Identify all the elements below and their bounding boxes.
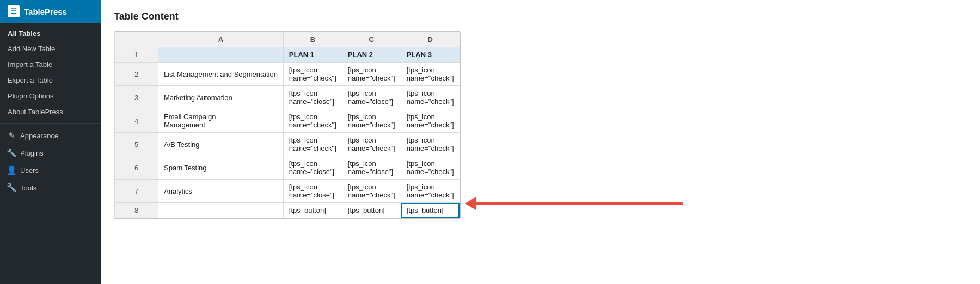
appearance-icon: ✎ [7,131,16,140]
cell-8-a[interactable] [158,203,284,218]
row-num-8: 8 [115,203,158,218]
row-num-4: 4 [115,109,158,133]
cell-2-a[interactable]: List Management and Segmentation [158,63,284,86]
cell-5-c[interactable]: [tps_iconname="check"] [342,133,401,156]
sidebar-label-plugin-options: Plugin Options [8,92,54,100]
arrow-head [465,197,476,210]
row-num-2: 2 [115,63,158,86]
table-row: 1 PLAN 1 PLAN 2 PLAN 3 [115,47,460,63]
sidebar-item-import-table[interactable]: Import a Table [0,57,101,72]
arrow-indicator [461,197,683,219]
cell-4-b[interactable]: [tps_iconname="check"] [283,109,342,133]
cell-2-b[interactable]: [tps_iconname="check"] [283,63,342,86]
col-header-c: C [342,32,401,47]
cell-5-b[interactable]: [tps_iconname="check"] [283,133,342,156]
content-table: A B C D 1 PLAN 1 PLAN 2 PLAN 3 [114,32,460,218]
col-header-a: A [158,32,284,47]
main-content: Table Content A B C D 1 [101,0,980,284]
sidebar-item-about-tablepress[interactable]: About TablePress [0,104,101,120]
cell-4-d[interactable]: [tps_iconname="check"] [401,109,460,133]
cell-6-b[interactable]: [tps_iconname="close"] [283,156,342,180]
table-row: 4 Email CampaignManagement [tps_iconname… [115,109,460,133]
cell-4-c[interactable]: [tps_iconname="check"] [342,109,401,133]
cell-5-a[interactable]: A/B Testing [158,133,284,156]
plugins-icon: 🔧 [7,148,16,158]
sidebar-item-users[interactable]: 👤 Users [0,162,101,179]
table-content-wrapper: A B C D 1 PLAN 1 PLAN 2 PLAN 3 [114,31,461,219]
cell-7-c[interactable]: [tps_iconname="check"] [342,180,401,203]
sidebar-item-export-table[interactable]: Export a Table [0,72,101,88]
sidebar-label-add-new-table: Add New Table [8,45,55,53]
cell-2-c[interactable]: [tps_iconname="check"] [342,63,401,86]
sidebar-item-tools[interactable]: 🔧 Tools [0,179,101,196]
cell-6-c[interactable]: [tps_iconname="close"] [342,156,401,180]
cell-1-d[interactable]: PLAN 3 [401,47,460,63]
table-row: 6 Spam Testing [tps_iconname="close"] [t… [115,156,460,180]
cell-4-a[interactable]: Email CampaignManagement [158,109,284,133]
sidebar-label-import-table: Import a Table [8,60,52,69]
cell-1-b[interactable]: PLAN 1 [283,47,342,63]
table-row: 8 [tps_button] [tps_button] [tps_button] [115,203,460,218]
cell-3-d[interactable]: [tps_iconname="check"] [401,86,460,109]
row-num-1: 1 [115,47,158,63]
cell-8-c[interactable]: [tps_button] [342,203,401,218]
col-header-row: A B C D [115,32,460,47]
sidebar-logo[interactable]: ☰ TablePress [0,0,101,23]
arrow-line [476,202,683,205]
cell-7-b[interactable]: [tps_iconname="close"] [283,180,342,203]
cell-6-a[interactable]: Spam Testing [158,156,284,180]
cell-8-b[interactable]: [tps_button] [283,203,342,218]
sidebar-item-plugins[interactable]: 🔧 Plugins [0,144,101,162]
table-row: 3 Marketing Automation [tps_iconname="cl… [115,86,460,109]
sidebar-item-add-new-table[interactable]: Add New Table [0,41,101,57]
cell-1-a[interactable] [158,47,284,63]
sidebar-label-about-tablepress: About TablePress [8,108,63,116]
cell-3-b[interactable]: [tps_iconname="close"] [283,86,342,109]
tablepress-logo-icon: ☰ [8,5,20,17]
cell-8-d[interactable]: [tps_button] [401,203,460,218]
page-title: Table Content [114,11,967,22]
row-num-6: 6 [115,156,158,180]
sidebar-item-appearance[interactable]: ✎ Appearance [0,127,101,144]
row-num-7: 7 [115,180,158,203]
sidebar-label-tools: Tools [20,184,36,192]
col-header-b: B [283,32,342,47]
sidebar-item-plugin-options[interactable]: Plugin Options [0,88,101,104]
cell-7-a[interactable]: Analytics [158,180,284,203]
cell-3-a[interactable]: Marketing Automation [158,86,284,109]
red-arrow [465,197,683,210]
sidebar-label-export-table: Export a Table [8,76,53,84]
cell-3-c[interactable]: [tps_iconname="close"] [342,86,401,109]
sidebar-divider-1 [0,123,101,124]
cell-2-d[interactable]: [tps_iconname="check"] [401,63,460,86]
sidebar-label-plugins: Plugins [20,149,44,157]
sidebar-logo-label: TablePress [24,7,67,16]
table-row: 7 Analytics [tps_iconname="close"] [tps_… [115,180,460,203]
cell-7-d[interactable]: [tps_iconname="check"] [401,180,460,203]
cell-1-c[interactable]: PLAN 2 [342,47,401,63]
sidebar-label-users: Users [20,166,39,175]
users-icon: 👤 [7,165,16,175]
col-header-d: D [401,32,460,47]
tools-icon: 🔧 [7,183,16,193]
table-row: 5 A/B Testing [tps_iconname="check"] [tp… [115,133,460,156]
table-row: 2 List Management and Segmentation [tps_… [115,63,460,86]
sidebar-label-appearance: Appearance [20,132,58,140]
corner-header [115,32,158,47]
row-num-3: 3 [115,86,158,109]
sidebar: ☰ TablePress All Tables Add New Table Im… [0,0,101,284]
cell-5-d[interactable]: [tps_iconname="check"] [401,133,460,156]
sidebar-all-tables-label[interactable]: All Tables [0,23,101,41]
row-num-5: 5 [115,133,158,156]
cell-6-d[interactable]: [tps_iconname="check"] [401,156,460,180]
